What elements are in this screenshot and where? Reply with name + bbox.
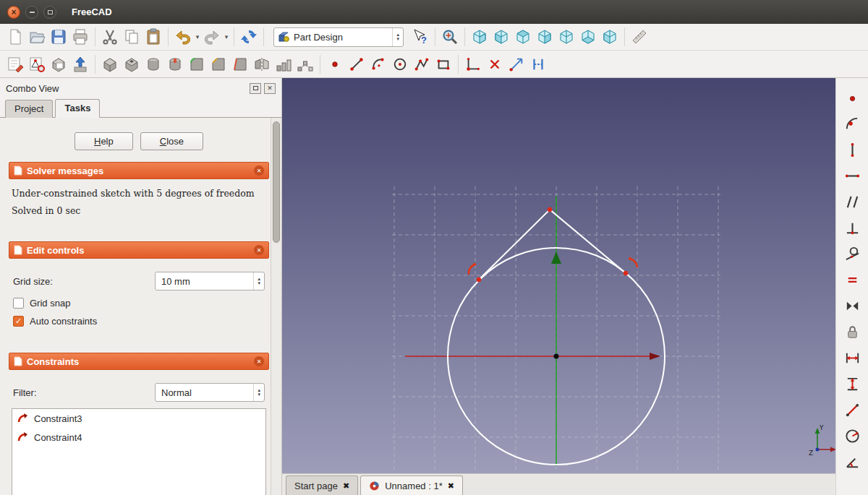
undo-button[interactable] — [172, 26, 194, 48]
external-geometry-button[interactable] — [506, 53, 527, 75]
mirrored-button[interactable] — [251, 53, 273, 75]
grid-size-select[interactable]: 10 mm ▴▾ — [155, 272, 265, 290]
cut-button[interactable] — [99, 26, 121, 48]
axonometric-view-button[interactable] — [469, 26, 490, 48]
help-button[interactable]: Help — [75, 132, 133, 150]
create-point-button[interactable] — [324, 53, 346, 75]
chamfer-button[interactable] — [208, 53, 229, 75]
pocket-button[interactable] — [121, 53, 142, 75]
create-line-button[interactable] — [346, 53, 367, 75]
open-document-button[interactable] — [26, 26, 48, 48]
coincident-button[interactable] — [843, 88, 861, 107]
constraints-header[interactable]: Constraints ✕ — [9, 353, 269, 370]
measure-distance-button[interactable] — [629, 26, 650, 48]
redo-caret-icon[interactable]: ▾ — [223, 33, 230, 40]
tab-label: Start page — [294, 481, 338, 491]
fit-all-button[interactable] — [439, 26, 461, 48]
collapse-icon[interactable]: ✕ — [254, 356, 264, 366]
map-sketch-button[interactable] — [48, 53, 69, 75]
vertical-constraint-button[interactable] — [843, 140, 861, 159]
tab-close-icon[interactable]: ✖ — [343, 481, 349, 491]
tab-start-page[interactable]: Start page ✖ — [286, 475, 358, 495]
polar-pattern-icon — [297, 56, 314, 73]
print-button[interactable] — [69, 26, 91, 48]
create-rectangle-button[interactable] — [433, 53, 454, 75]
save-button[interactable] — [48, 26, 69, 48]
collapse-icon[interactable]: ✕ — [254, 245, 264, 255]
horizontal-constraint-button[interactable] — [843, 166, 861, 185]
list-item[interactable]: Constraint3 — [12, 409, 265, 428]
perpendicular-button[interactable] — [843, 218, 861, 237]
scrollbar-thumb[interactable] — [273, 121, 280, 243]
top-view-button[interactable] — [512, 26, 534, 48]
paste-button[interactable] — [142, 26, 164, 48]
create-polyline-button[interactable] — [411, 53, 433, 75]
leave-sketch-button[interactable] — [69, 53, 91, 75]
new-document-button[interactable] — [4, 26, 26, 48]
edit-sketch-button[interactable] — [26, 53, 48, 75]
polar-pattern-button[interactable] — [294, 53, 316, 75]
point-on-object-button[interactable] — [843, 114, 861, 133]
pad-button[interactable] — [99, 53, 121, 75]
refresh-button[interactable] — [238, 26, 260, 48]
parallel-button[interactable] — [843, 192, 861, 211]
auto-constraints-checkbox[interactable]: ✓ — [13, 316, 24, 327]
distance-button[interactable] — [843, 400, 861, 419]
dock-float-button[interactable] — [250, 83, 261, 94]
angle-button[interactable] — [843, 452, 861, 471]
workbench-spinner-icon[interactable]: ▴▾ — [392, 28, 403, 46]
solver-messages-header[interactable]: Solver messages ✕ — [9, 162, 269, 179]
equal-button[interactable] — [843, 270, 861, 289]
linear-pattern-button[interactable] — [273, 53, 294, 75]
window-close-button[interactable]: × — [7, 6, 20, 19]
sketch-viewport[interactable]: Y X Z — [282, 78, 835, 473]
workbench-value: Part Design — [294, 32, 392, 43]
panel-scrollbar[interactable] — [271, 118, 281, 495]
horizontal-distance-button[interactable] — [843, 348, 861, 367]
new-sketch-button[interactable] — [4, 53, 26, 75]
tangent-button[interactable] — [843, 244, 861, 263]
workbench-selector[interactable]: Part Design ▴▾ — [273, 27, 404, 47]
edit-controls-section: Edit controls ✕ Grid size: 10 mm ▴▾ Grid… — [9, 241, 269, 341]
right-view-button[interactable] — [534, 26, 556, 48]
revolution-icon — [145, 56, 162, 73]
tab-close-icon[interactable]: ✖ — [448, 481, 454, 491]
revolution-button[interactable] — [142, 53, 164, 75]
bottom-view-button[interactable] — [577, 26, 599, 48]
collapse-icon[interactable]: ✕ — [254, 165, 264, 176]
vertical-distance-button[interactable] — [843, 374, 861, 393]
front-view-button[interactable] — [490, 26, 512, 48]
groove-button[interactable] — [164, 53, 186, 75]
redo-button[interactable] — [201, 26, 223, 48]
list-item[interactable]: Constraint4 — [12, 428, 265, 447]
tab-unnamed-document[interactable]: Unnamed : 1* ✖ — [360, 475, 463, 495]
edit-controls-header[interactable]: Edit controls ✕ — [9, 241, 269, 259]
window-minimize-button[interactable] — [25, 6, 38, 19]
rear-view-button[interactable] — [556, 26, 577, 48]
grid-snap-checkbox[interactable] — [13, 298, 24, 309]
draft-button[interactable] — [229, 53, 251, 75]
filter-select[interactable]: Normal ▴▾ — [155, 383, 265, 402]
viewport-canvas[interactable]: Y X Z — [282, 78, 835, 473]
construction-mode-button[interactable] — [527, 53, 549, 75]
trim-edge-button[interactable] — [484, 53, 506, 75]
undo-caret-icon[interactable]: ▾ — [194, 33, 201, 40]
filter-spinner-icon[interactable]: ▴▾ — [253, 384, 264, 401]
tab-project[interactable]: Project — [5, 100, 53, 118]
copy-button[interactable] — [121, 26, 142, 48]
symmetric-button[interactable] — [843, 296, 861, 315]
close-button[interactable]: Close — [140, 132, 203, 150]
create-arc-button[interactable] — [367, 53, 389, 75]
radius-button[interactable] — [843, 426, 861, 445]
grid-size-spinner-icon[interactable]: ▴▾ — [253, 272, 264, 290]
lock-button[interactable] — [843, 322, 861, 341]
fillet-button[interactable] — [186, 53, 208, 75]
tab-tasks[interactable]: Tasks — [55, 99, 100, 118]
toggle-axes-button[interactable] — [462, 53, 484, 75]
edit-controls-title: Edit controls — [27, 245, 250, 256]
dock-close-button[interactable]: ✕ — [264, 83, 276, 94]
left-view-button[interactable] — [599, 26, 621, 48]
whats-this-button[interactable]: ? — [409, 26, 431, 48]
create-circle-button[interactable] — [389, 53, 411, 75]
window-maximize-button[interactable] — [43, 6, 56, 19]
